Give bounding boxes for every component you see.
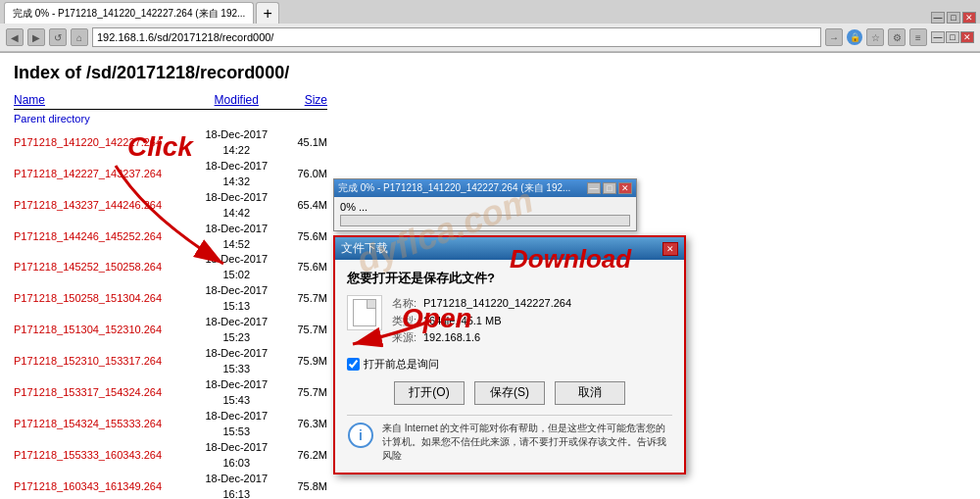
cancel-button[interactable]: 取消: [555, 381, 625, 405]
settings-icon: ≡: [909, 28, 927, 46]
file-date: 18-Dec-2017 14:22: [196, 127, 277, 159]
file-link[interactable]: P171218_152310_153317.264: [14, 354, 196, 370]
file-link[interactable]: P171218_160343_161349.264: [14, 479, 196, 495]
dialog-backdrop: 完成 0% - P171218_141220_142227.264 (来自 19…: [333, 178, 686, 474]
table-row: P171218_141220_142227.264 18-Dec-2017 14…: [14, 127, 327, 159]
file-from-row: 来源: 192.168.1.6: [392, 329, 571, 347]
file-date: 18-Dec-2017 16:13: [196, 472, 277, 499]
home-button[interactable]: ⌂: [71, 28, 88, 46]
file-link[interactable]: P171218_145252_150258.264: [14, 260, 196, 275]
open-button[interactable]: 打开(O): [394, 381, 465, 405]
file-link[interactable]: P171218_154324_155333.264: [14, 417, 196, 432]
checkbox-row: 打开前总是询问: [347, 357, 672, 372]
forward-button[interactable]: ▶: [27, 28, 45, 46]
file-size: 75.9M: [277, 354, 327, 370]
file-date: 18-Dec-2017 15:53: [196, 409, 277, 440]
file-date: 18-Dec-2017 16:03: [196, 440, 277, 472]
file-icon-box: [347, 295, 382, 330]
file-date: 18-Dec-2017 14:52: [196, 222, 277, 253]
file-date: 18-Dec-2017 15:13: [196, 283, 277, 315]
file-list: P171218_141220_142227.264 18-Dec-2017 14…: [14, 127, 327, 499]
file-size: 45.1M: [277, 135, 327, 151]
progress-close-btn[interactable]: ✕: [618, 182, 632, 194]
table-header: Name Modified Size: [14, 93, 327, 110]
table-row: P171218_151304_152310.264 18-Dec-2017 15…: [14, 315, 327, 346]
file-date: 18-Dec-2017 14:32: [196, 159, 277, 190]
file-type-value: 264file, 45.1 MB: [423, 313, 502, 330]
ie-close[interactable]: ✕: [960, 31, 974, 43]
file-table: Name Modified Size Parent directory P171…: [14, 93, 327, 499]
file-size: 75.6M: [277, 229, 327, 245]
favorites-icon: ☆: [866, 28, 884, 46]
file-date: 18-Dec-2017 15:23: [196, 315, 277, 346]
dialog-close-btn[interactable]: ✕: [662, 242, 678, 256]
back-button[interactable]: ◀: [6, 28, 24, 46]
file-date: 18-Dec-2017 15:33: [196, 346, 277, 377]
file-size: 75.6M: [277, 260, 327, 275]
parent-directory-link[interactable]: Parent directory: [14, 112, 210, 127]
ie-minimize[interactable]: —: [931, 31, 945, 43]
dialog-buttons: 打开(O) 保存(S) 取消: [347, 381, 672, 409]
col-modified-header[interactable]: Modified: [196, 93, 277, 107]
table-row: P171218_160343_161349.264 18-Dec-2017 16…: [14, 472, 327, 499]
file-link[interactable]: P171218_143237_144246.264: [14, 198, 196, 214]
refresh-button[interactable]: ↺: [49, 28, 67, 46]
warning-text: 来自 Internet 的文件可能对你有帮助，但是这些文件可能危害您的计算机。如…: [382, 422, 672, 463]
col-size-header[interactable]: Size: [277, 93, 327, 107]
file-from-label: 来源:: [392, 329, 419, 347]
new-tab[interactable]: +: [256, 2, 278, 24]
file-details: 名称: P171218_141220_142227.264 类型: 264fil…: [392, 295, 571, 347]
table-row: P171218_152310_153317.264 18-Dec-2017 15…: [14, 346, 327, 377]
always-ask-checkbox[interactable]: [347, 358, 360, 371]
file-name-row: 名称: P171218_141220_142227.264: [392, 295, 571, 313]
dialog-title-text: 文件下载: [341, 240, 388, 257]
col-name-header[interactable]: Name: [14, 93, 196, 107]
file-link[interactable]: P171218_155333_160343.264: [14, 448, 196, 464]
minimize-button[interactable]: —: [931, 12, 945, 24]
file-link[interactable]: P171218_153317_154324.264: [14, 385, 196, 401]
page-content: Index of /sd/20171218/record000/ Name Mo…: [0, 53, 980, 499]
maximize-button[interactable]: □: [947, 12, 960, 24]
file-date: 18-Dec-2017 15:02: [196, 252, 277, 283]
tab-bar: 完成 0% - P171218_141220_142227.264 (来自 19…: [0, 0, 980, 24]
active-tab[interactable]: 完成 0% - P171218_141220_142227.264 (来自 19…: [4, 2, 254, 24]
file-name-value: P171218_141220_142227.264: [423, 295, 571, 313]
file-link[interactable]: P171218_150258_151304.264: [14, 291, 196, 307]
warning-icon-container: i: [347, 422, 374, 449]
tools-icon: ⚙: [888, 28, 906, 46]
file-link[interactable]: P171218_142227_143237.264: [14, 167, 196, 182]
progress-restore-btn[interactable]: □: [603, 182, 616, 194]
parent-directory-row: Parent directory: [14, 112, 327, 127]
browser-toolbar: ◀ ▶ ↺ ⌂ → 🔒 ☆ ⚙ ≡ — □ ✕: [0, 24, 980, 52]
file-size: 75.7M: [277, 291, 327, 307]
file-link[interactable]: P171218_141220_142227.264: [14, 135, 196, 151]
address-bar[interactable]: [92, 27, 821, 47]
file-type-row: 类型: 264file, 45.1 MB: [392, 313, 571, 330]
table-row: P171218_154324_155333.264 18-Dec-2017 15…: [14, 409, 327, 440]
ie-maximize[interactable]: □: [946, 31, 959, 43]
table-row: P171218_155333_160343.264 18-Dec-2017 16…: [14, 440, 327, 472]
dialog-body: 您要打开还是保存此文件? 名称: P171218_141220_142227.2…: [335, 260, 684, 473]
progress-label: 0% ...: [340, 201, 630, 213]
file-icon: [353, 299, 376, 326]
save-button[interactable]: 保存(S): [474, 381, 545, 405]
table-row: P171218_142227_143237.264 18-Dec-2017 14…: [14, 159, 327, 190]
progress-window: 完成 0% - P171218_141220_142227.264 (来自 19…: [333, 178, 637, 231]
file-size: 75.7M: [277, 385, 327, 401]
go-button[interactable]: →: [825, 28, 843, 46]
file-size: 76.3M: [277, 417, 327, 432]
file-link[interactable]: P171218_151304_152310.264: [14, 323, 196, 338]
progress-body: 0% ...: [334, 197, 636, 230]
file-date: 18-Dec-2017 14:42: [196, 190, 277, 222]
file-link[interactable]: P171218_144246_145252.264: [14, 229, 196, 245]
progress-minimize-btn[interactable]: —: [587, 182, 601, 194]
file-size: 65.4M: [277, 198, 327, 214]
dialog-file-info: 名称: P171218_141220_142227.264 类型: 264fil…: [347, 295, 672, 347]
file-from-value: 192.168.1.6: [423, 329, 480, 347]
close-window-button[interactable]: ✕: [962, 12, 976, 24]
file-size: 75.7M: [277, 323, 327, 338]
table-row: P171218_153317_154324.264 18-Dec-2017 15…: [14, 377, 327, 409]
browser-chrome: 完成 0% - P171218_141220_142227.264 (来自 19…: [0, 0, 980, 53]
security-icon: 🔒: [847, 29, 862, 45]
file-size: 76.0M: [277, 167, 327, 182]
